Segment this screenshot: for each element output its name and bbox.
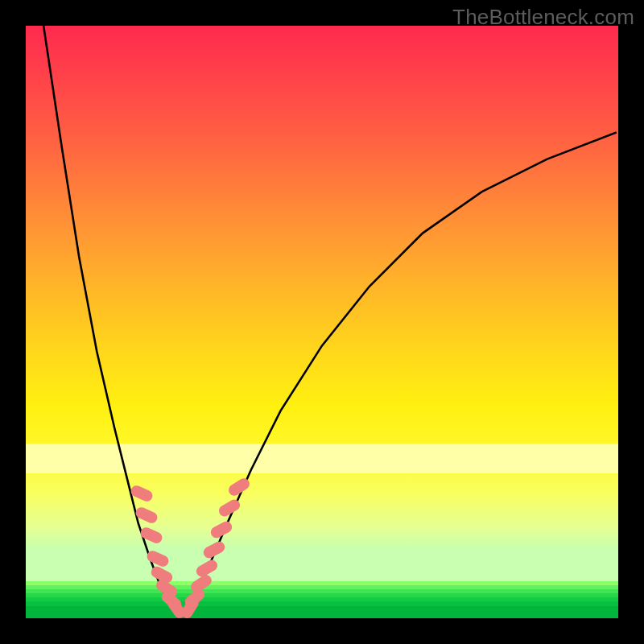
band-pale-yellow	[26, 444, 618, 473]
plot-frame	[26, 26, 618, 618]
heat-gradient	[26, 26, 618, 583]
band-green-7	[26, 606, 618, 618]
